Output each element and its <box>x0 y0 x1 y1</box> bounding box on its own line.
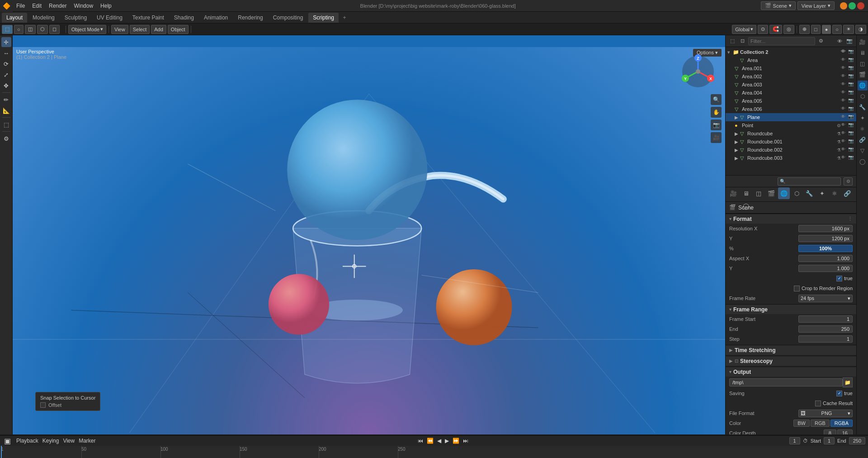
outliner-vis-btn[interactable]: 👁 <box>841 49 847 55</box>
props-left-render-icon[interactable]: 🎥 <box>858 37 868 47</box>
viewport-gizmo[interactable]: Z X Y <box>680 53 716 90</box>
item-vis9[interactable]: 👁 <box>841 122 847 129</box>
props-left-output-icon[interactable]: 🖥 <box>858 48 868 58</box>
props-tab-viewlayer[interactable]: ◫ <box>753 187 764 199</box>
outliner-item-roundcube[interactable]: ▶ ▽ Roundcube ⚗ 👁 📷 <box>726 129 856 138</box>
props-tab-modifier[interactable]: 🔧 <box>803 187 815 199</box>
tl-prev-frame[interactable]: ⏪ <box>425 438 435 444</box>
outliner-item-point[interactable]: ● Point ⚙ 👁 📷 <box>726 121 856 129</box>
outliner-eye-btn[interactable]: 👁 <box>835 37 844 45</box>
tool-extra[interactable]: ⚙ <box>1 134 11 143</box>
shading-material[interactable]: ○ <box>832 25 842 34</box>
props-left-material-icon[interactable]: ◯ <box>858 157 868 167</box>
color-depth-8-btn[interactable]: 8 <box>824 429 836 434</box>
outliner-item-plane[interactable]: ▶ ▽ Plane 👁 📷 <box>726 113 856 121</box>
format-section-header[interactable]: ▾ Format ⋮ <box>726 214 856 224</box>
viewport-icon-btn2[interactable]: ○ <box>14 25 24 34</box>
item-vis7[interactable]: 👁 <box>841 106 847 112</box>
tab-add-btn[interactable]: + <box>340 13 349 23</box>
tl-play[interactable]: ▶ <box>443 438 450 444</box>
item-vis4[interactable]: 👁 <box>841 81 847 88</box>
tab-sculpting[interactable]: Sculpting <box>60 13 91 23</box>
tab-modeling[interactable]: Modeling <box>28 13 59 23</box>
item-cam6[interactable]: 📷 <box>848 98 854 104</box>
crop-render-checkbox[interactable] <box>794 286 800 291</box>
tl-reverse-play[interactable]: ◀ <box>436 438 443 444</box>
item-cam1[interactable]: 📷 <box>848 57 854 63</box>
props-left-scene-icon[interactable]: 🎬 <box>858 70 868 80</box>
item-cam12[interactable]: 📷 <box>848 147 854 153</box>
proportional-btn[interactable]: ◎ <box>783 25 794 34</box>
viewport-icon-btn4[interactable]: ⬡ <box>37 25 48 34</box>
color-rgb-btn[interactable]: RGB <box>811 420 830 427</box>
item-vis1[interactable]: 👁 <box>841 57 847 63</box>
props-left-physics-icon[interactable]: ⚛ <box>858 124 868 134</box>
view-menu[interactable]: View <box>111 25 128 34</box>
item-cam7[interactable]: 📷 <box>848 106 854 112</box>
outliner-item-area001[interactable]: ▽ Area.001 👁 📷 <box>726 64 856 72</box>
output-path-input[interactable] <box>729 378 843 386</box>
tab-rendering[interactable]: Rendering <box>233 13 267 23</box>
menu-window[interactable]: Window <box>70 0 97 12</box>
minimize-btn[interactable] <box>840 2 847 10</box>
props-left-data-icon[interactable]: ▽ <box>858 146 868 156</box>
menu-edit[interactable]: Edit <box>28 0 45 12</box>
item-cam9[interactable]: 📷 <box>848 122 854 129</box>
output-path-browse-btn[interactable]: 📁 <box>843 377 853 387</box>
cache-result-checkbox[interactable] <box>815 401 821 406</box>
props-filter-btn[interactable]: ⚙ <box>844 177 853 186</box>
select-menu[interactable]: Select <box>130 25 150 34</box>
color-bw-btn[interactable]: BW <box>793 420 810 427</box>
output-section-header[interactable]: ▾ Output <box>726 367 856 377</box>
outliner-search[interactable] <box>748 37 815 45</box>
color-rgba-btn[interactable]: RGBA <box>830 420 853 427</box>
color-depth-16-btn[interactable]: 16 <box>837 429 853 434</box>
props-tab-world[interactable]: 🌐 <box>778 187 790 199</box>
maximize-btn[interactable] <box>849 2 856 10</box>
close-btn[interactable] <box>857 2 864 10</box>
item-vis11[interactable]: 👁 <box>841 138 847 145</box>
tool-move[interactable]: ↔ <box>1 48 11 58</box>
current-frame-display[interactable]: 1 <box>789 437 800 444</box>
tool-scale[interactable]: ⤢ <box>1 70 11 80</box>
item-cam11[interactable]: 📷 <box>848 138 854 145</box>
tab-compositing[interactable]: Compositing <box>269 13 308 23</box>
mode-selector[interactable]: Object Mode ▾ <box>68 25 106 34</box>
outliner-camera-btn[interactable]: 📷 <box>845 37 854 45</box>
shading-eevee[interactable]: ◑ <box>855 25 866 34</box>
aspect-x-value[interactable]: 1.000 <box>798 255 853 262</box>
props-left-viewlayer-icon[interactable]: ◫ <box>858 59 868 69</box>
transform-global[interactable]: Global ▾ <box>732 25 756 34</box>
outliner-render-vis-btn[interactable]: 📷 <box>848 49 854 55</box>
tab-animation[interactable]: Animation <box>199 13 232 23</box>
props-tab-object[interactable]: ⬡ <box>791 187 802 199</box>
add-menu[interactable]: Add <box>151 25 166 34</box>
file-format-dropdown[interactable]: 🖼 PNG ▾ <box>798 410 853 417</box>
frame-range-header[interactable]: ▾ Frame Range <box>726 304 856 314</box>
tl-marker-label[interactable]: Marker <box>77 438 97 444</box>
item-cam5[interactable]: 📷 <box>848 90 854 96</box>
resolution-x-value[interactable]: 1600 px <box>798 225 853 232</box>
tool-measure[interactable]: 📐 <box>1 105 11 115</box>
item-vis12[interactable]: 👁 <box>841 147 847 153</box>
file-extensions-checkbox[interactable] <box>836 391 842 396</box>
tl-view-label[interactable]: View <box>61 438 76 444</box>
props-left-world-icon[interactable]: 🌐 <box>858 81 868 91</box>
props-left-constraints-icon[interactable]: 🔗 <box>858 135 868 145</box>
render-gizmo[interactable]: 🎥 <box>711 132 722 143</box>
shading-rendered[interactable]: ☀ <box>843 25 854 34</box>
menu-file[interactable]: File <box>13 0 28 12</box>
props-left-particles-icon[interactable]: ✦ <box>858 113 868 123</box>
item-vis13[interactable]: 👁 <box>841 155 847 161</box>
time-stretch-header[interactable]: ▶ Time Stretching <box>726 345 856 355</box>
tl-jump-start[interactable]: ⏮ <box>416 438 425 444</box>
item-vis2[interactable]: 👁 <box>841 65 847 72</box>
tl-next-frame[interactable]: ⏩ <box>451 438 461 444</box>
camera-gizmo[interactable]: 📷 <box>711 119 722 130</box>
tl-marker-btn[interactable]: ▣ <box>3 437 12 445</box>
view-layer-selector[interactable]: View Layer ▾ <box>797 1 835 10</box>
outliner-item-roundcube001[interactable]: ▶ ▽ Roundcube.001 ⚗ 👁 📷 <box>726 138 856 146</box>
tab-uv-editing[interactable]: UV Editing <box>92 13 127 23</box>
item-vis6[interactable]: 👁 <box>841 98 847 104</box>
props-tab-particles[interactable]: ✦ <box>816 187 828 199</box>
